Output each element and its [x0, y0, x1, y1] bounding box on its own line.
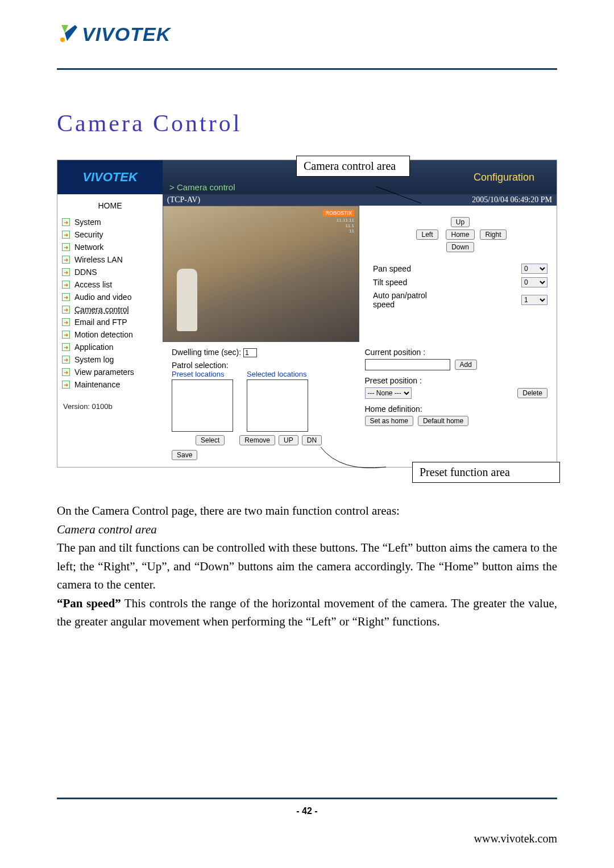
sidebar-item-label: Network [74, 243, 103, 252]
sidebar-item-label: Maintenance [74, 380, 120, 389]
patrol-selection-label: Patrol selection: [172, 361, 355, 370]
firmware-version: Version: 0100b [57, 391, 163, 422]
preset-position-label: Preset position : [365, 376, 548, 385]
home-definition-label: Home definition: [365, 404, 548, 414]
default-home-button[interactable]: Default home [418, 416, 468, 426]
ptz-dpad: Up Left Home Right Down [412, 217, 509, 252]
embedded-screenshot: Camera control area VIVOTEK > Camera con… [57, 160, 557, 468]
brand-name: VIVOTEK [82, 23, 171, 45]
sidebar-item-label: Camera control [74, 305, 129, 314]
arrow-right-icon: ➜ [62, 281, 70, 289]
move-up-button[interactable]: UP [279, 435, 298, 445]
arrow-right-icon: ➜ [62, 218, 70, 226]
sidebar-item-label: System [74, 218, 101, 227]
intro-line: On the Camera Control page, there are tw… [57, 502, 557, 520]
configuration-link[interactable]: Configuration [474, 172, 534, 183]
callout-camera-control-area: Camera control area [296, 156, 410, 177]
sidebar-item-network[interactable]: ➜Network [57, 241, 163, 253]
pan-speed-label: Pan speed [373, 264, 411, 273]
pan-speed-term: “Pan speed” [57, 596, 121, 610]
stream-timestamp: 2005/10/04 06:49:20 PM [472, 195, 552, 205]
footer-website: www.vivotek.com [57, 832, 557, 845]
sidebar-item-label: Security [74, 230, 103, 239]
dwelling-time-input[interactable] [243, 348, 257, 357]
paragraph-pan-tilt: The pan and tilt functions can be contro… [57, 539, 557, 594]
arrow-right-icon: ➜ [62, 343, 70, 351]
header-logo: VIVOTEK [57, 23, 557, 68]
callout-preset-function-area: Preset function area [412, 462, 560, 483]
sidebar-item-ddns[interactable]: ➜DDNS [57, 266, 163, 278]
remove-button[interactable]: Remove [239, 435, 275, 445]
sidebar-item-view-parameters[interactable]: ➜View parameters [57, 366, 163, 378]
ptz-home-button[interactable]: Home [446, 229, 474, 240]
auto-speed-select[interactable]: 1 [521, 295, 547, 305]
scene-object-icon [177, 269, 197, 331]
auto-speed-label: Auto pan/patrol speed [373, 291, 435, 309]
sidebar-item-label: Access list [74, 280, 112, 289]
ptz-right-button[interactable]: Right [480, 229, 506, 240]
sidebar-home-link[interactable]: HOME [57, 198, 163, 216]
pan-speed-select[interactable]: 0 [521, 264, 547, 274]
sidebar: HOME ➜System➜Security➜Network➜Wireless L… [57, 194, 163, 467]
arrow-right-icon: ➜ [62, 231, 70, 239]
add-position-button[interactable]: Add [455, 360, 477, 370]
save-button[interactable]: Save [172, 450, 197, 460]
ptz-left-button[interactable]: Left [416, 229, 438, 240]
sidebar-item-email-and-ftp[interactable]: ➜Email and FTP [57, 316, 163, 328]
selected-locations-header: Selected locations [247, 370, 308, 378]
ptz-down-button[interactable]: Down [446, 242, 474, 252]
sidebar-item-wireless-lan[interactable]: ➜Wireless LAN [57, 253, 163, 266]
selected-locations-list[interactable] [247, 379, 308, 432]
camera-video-frame: ROBOSTIX 11.11.1111.111 [163, 206, 359, 342]
footer-divider [57, 798, 557, 799]
current-position-label: Current position : [365, 348, 548, 357]
set-as-home-button[interactable]: Set as home [365, 416, 413, 426]
sidebar-item-label: DDNS [74, 268, 97, 277]
sidebar-item-label: Wireless LAN [74, 255, 123, 264]
sidebar-item-camera-control[interactable]: ➜Camera control [57, 303, 163, 316]
page-title: Camera Control [57, 110, 557, 137]
stream-badge-icon: ROBOSTIX [323, 210, 354, 216]
delete-position-button[interactable]: Delete [517, 388, 547, 398]
arrow-right-icon: ➜ [62, 368, 70, 376]
arrow-right-icon: ➜ [62, 306, 70, 314]
breadcrumb: > Camera control [169, 182, 235, 192]
arrow-right-icon: ➜ [62, 331, 70, 339]
sidebar-item-system-log[interactable]: ➜System log [57, 353, 163, 366]
sidebar-item-security[interactable]: ➜Security [57, 228, 163, 241]
brand-mark-icon [57, 23, 80, 45]
preset-locations-header: Preset locations [172, 370, 233, 378]
svg-point-2 [60, 37, 65, 42]
sidebar-item-audio-and-video[interactable]: ➜Audio and video [57, 291, 163, 303]
pan-speed-desc: This controls the range of the horizonta… [57, 596, 557, 629]
sidebar-item-maintenance[interactable]: ➜Maintenance [57, 378, 163, 391]
arrow-right-icon: ➜ [62, 243, 70, 251]
preset-locations-list[interactable] [172, 379, 233, 432]
ptz-up-button[interactable]: Up [451, 217, 470, 227]
protocol-label: (TCP-AV) [167, 195, 200, 205]
sidebar-item-system[interactable]: ➜System [57, 216, 163, 228]
stream-overlay-text: 11.11.1111.111 [337, 218, 354, 234]
sidebar-item-label: Application [74, 343, 114, 352]
header-divider [57, 68, 557, 70]
subsection-heading: Camera control area [57, 520, 557, 539]
preset-function-area: Dwelling time (sec): Patrol selection: P… [163, 342, 557, 467]
sidebar-item-access-list[interactable]: ➜Access list [57, 278, 163, 291]
current-position-input[interactable] [365, 359, 450, 370]
sidebar-item-label: View parameters [74, 368, 134, 377]
tilt-speed-select[interactable]: 0 [521, 277, 547, 287]
move-down-button[interactable]: DN [302, 435, 322, 445]
arrow-right-icon: ➜ [62, 268, 70, 276]
arrow-right-icon: ➜ [62, 356, 70, 364]
page-number: - 42 - [57, 806, 557, 816]
preset-position-select[interactable]: --- None --- [365, 387, 412, 399]
sidebar-item-application[interactable]: ➜Application [57, 341, 163, 353]
sidebar-item-label: Audio and video [74, 293, 131, 302]
arrow-right-icon: ➜ [62, 318, 70, 326]
select-button[interactable]: Select [196, 435, 225, 445]
dwelling-time-label: Dwelling time (sec): [172, 348, 241, 357]
arrow-right-icon: ➜ [62, 381, 70, 389]
sidebar-item-motion-detection[interactable]: ➜Motion detection [57, 328, 163, 341]
sidebar-item-label: System log [74, 355, 114, 364]
paragraph-pan-speed: “Pan speed” This controls the range of t… [57, 594, 557, 631]
